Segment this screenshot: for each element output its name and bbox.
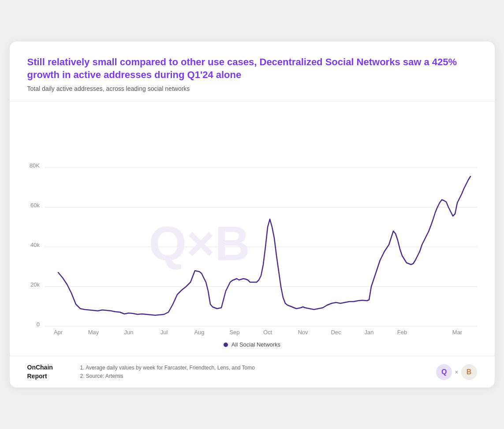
- chart-container: 0 20k 40k 60k 80K Q×B Apr May Jun: [23, 110, 482, 339]
- y-label-80k: 80K: [29, 162, 39, 169]
- x-label-apr: Apr: [53, 329, 63, 336]
- watermark: Q×B: [149, 216, 250, 270]
- chart-line: [58, 176, 470, 315]
- x-label-jun: Jun: [124, 329, 133, 336]
- x-label-may: May: [88, 329, 99, 336]
- x-label-sep: Sep: [229, 329, 239, 336]
- logo-x-separator: ×: [455, 369, 458, 376]
- footnote-2: 2. Source: Artemis: [80, 372, 255, 381]
- footer: OnChain Report 1. Average daily values b…: [10, 356, 495, 388]
- y-label-40k: 40k: [30, 242, 40, 248]
- card: Still relatively small compared to other…: [10, 41, 495, 388]
- logo-b: B: [461, 364, 477, 380]
- y-label-60k: 60k: [30, 202, 40, 209]
- x-label-mar: Mar: [452, 329, 462, 336]
- x-label-oct: Oct: [263, 329, 272, 336]
- footnote-1: 1. Average daily values by week for Farc…: [80, 364, 255, 372]
- chart-legend: All Social Networks: [23, 341, 482, 348]
- legend-label: All Social Networks: [231, 341, 280, 348]
- x-label-jul: Jul: [160, 329, 168, 336]
- x-label-aug: Aug: [194, 329, 204, 336]
- brand: OnChain Report: [27, 363, 63, 381]
- y-label-20k: 20k: [30, 281, 40, 288]
- logo-q: Q: [436, 364, 452, 380]
- chart-title: Still relatively small compared to other…: [27, 56, 477, 82]
- x-label-feb: Feb: [397, 329, 407, 336]
- x-label-nov: Nov: [298, 329, 308, 336]
- chart-area: 0 20k 40k 60k 80K Q×B Apr May Jun: [10, 101, 495, 356]
- chart-svg: 0 20k 40k 60k 80K Q×B Apr May Jun: [23, 110, 482, 339]
- x-label-jan: Jan: [364, 329, 373, 336]
- chart-subtitle: Total daily active addresses, across lea…: [27, 85, 477, 92]
- header: Still relatively small compared to other…: [10, 41, 495, 101]
- logos: Q × B: [436, 364, 477, 380]
- legend-dot: [224, 343, 228, 347]
- y-label-0: 0: [36, 321, 39, 328]
- footnotes: 1. Average daily values by week for Farc…: [80, 364, 255, 381]
- x-label-dec: Dec: [331, 329, 341, 336]
